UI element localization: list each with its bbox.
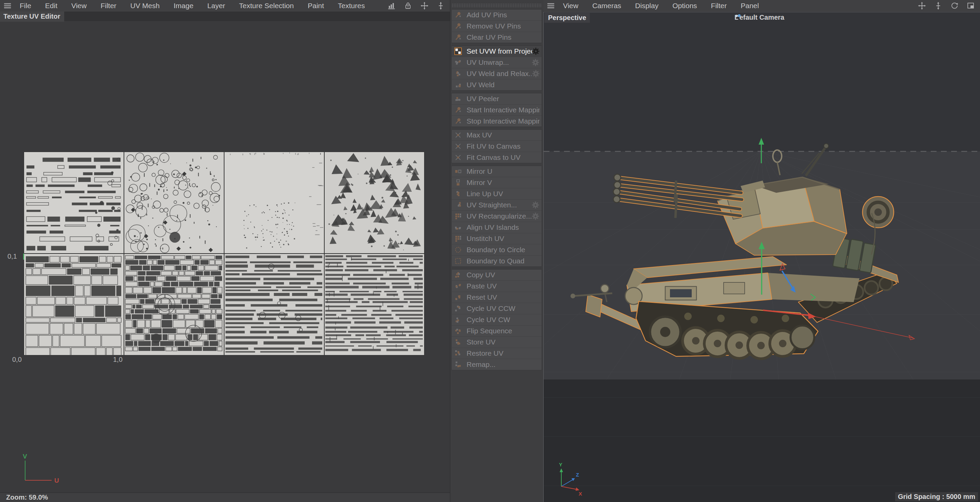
mirror-v-icon xyxy=(454,178,462,187)
command-align-uv-islands[interactable]: Align UV Islands xyxy=(452,222,542,233)
menu-item-paint[interactable]: Paint xyxy=(308,2,324,10)
fit-canvas-to-uv-icon xyxy=(454,153,462,162)
command-label: Max UV xyxy=(466,131,492,139)
menu-item-layer[interactable]: Layer xyxy=(207,2,226,10)
command-store-uv[interactable]: Store UV xyxy=(452,337,542,348)
uv-command-group-1: Add UV PinsRemove UV PinsClear UV Pins xyxy=(451,9,542,43)
texture-uv-editor-panel: FileEditViewFilterUV MeshImageLayerTextu… xyxy=(0,0,450,502)
command-uv-weld[interactable]: UV Weld xyxy=(452,79,542,90)
command-boundary-to-circle[interactable]: Boundary to Circle xyxy=(452,245,542,256)
axis-x-label: X xyxy=(579,491,582,497)
command-remap[interactable]: Remap... xyxy=(452,359,542,370)
gear-icon[interactable] xyxy=(531,201,539,209)
command-line-up-uv[interactable]: Line Up UV xyxy=(452,188,542,200)
hamburger-icon[interactable] xyxy=(3,2,12,10)
command-label: Set UVW from Projection... xyxy=(466,47,532,55)
gear-icon[interactable] xyxy=(531,212,539,220)
camera-settings-icon[interactable] xyxy=(735,14,743,20)
menu-item-image[interactable]: Image xyxy=(173,2,193,10)
perspective-viewport[interactable]: Perspective Default Camera xyxy=(543,12,980,502)
uv-unwrap-icon xyxy=(454,59,462,67)
command-boundary-to-quad[interactable]: Boundary to Quad xyxy=(452,256,542,267)
gear-icon[interactable] xyxy=(532,70,539,78)
command-remove-uv-pins[interactable]: Remove UV Pins xyxy=(452,21,542,32)
uv-tile-0-1[interactable] xyxy=(24,152,124,254)
command-mirror-u[interactable]: Mirror U xyxy=(452,166,542,177)
histogram-icon[interactable] xyxy=(387,2,396,10)
command-label: Stop Interactive Mapping xyxy=(466,117,539,125)
command-paste-uv[interactable]: Paste UV xyxy=(452,281,542,292)
menu-item-display[interactable]: Display xyxy=(635,2,659,10)
menu-item-edit[interactable]: Edit xyxy=(45,2,57,10)
menu-item-file[interactable]: File xyxy=(20,2,31,10)
uv-tile-1-1[interactable] xyxy=(124,152,224,254)
palette-drag-handle[interactable] xyxy=(452,3,542,8)
command-cycle-uv-ccw[interactable]: Cycle UV CCW xyxy=(452,303,542,314)
command-uv-rectangularize[interactable]: UV Rectangularize... xyxy=(452,211,542,222)
line-up-uv-icon xyxy=(454,190,462,198)
uv-tile-3-0[interactable] xyxy=(324,254,425,355)
dolly-icon[interactable] xyxy=(934,2,943,10)
uv-tile-1-0[interactable] xyxy=(124,254,224,355)
command-label: Unstitch UV xyxy=(466,235,504,243)
menu-item-panel[interactable]: Panel xyxy=(741,2,759,10)
command-max-uv[interactable]: Max UV xyxy=(452,130,542,141)
lock-icon[interactable] xyxy=(404,2,412,10)
remap-icon xyxy=(454,361,462,369)
uv-weld-relax-icon xyxy=(454,70,462,78)
command-label: Restore UV xyxy=(466,349,504,357)
command-reset-uv[interactable]: Reset UV xyxy=(452,292,542,303)
tab-texture-uv-editor[interactable]: Texture UV Editor xyxy=(0,11,64,22)
command-uv-peeler[interactable]: UV Peeler xyxy=(452,93,542,105)
boundary-to-quad-icon xyxy=(454,257,462,265)
checkerboard-projection-icon xyxy=(454,47,462,55)
menu-item-textures[interactable]: Textures xyxy=(338,2,365,10)
move-icon[interactable] xyxy=(918,2,926,10)
viewport-view-label[interactable]: Perspective xyxy=(544,13,590,23)
command-fit-canvas-to-uv[interactable]: Fit Canvas to UV xyxy=(452,152,542,163)
command-fit-uv-to-canvas[interactable]: Fit UV to Canvas xyxy=(452,141,542,152)
gear-icon[interactable] xyxy=(531,59,539,67)
reset-uv-icon xyxy=(454,293,462,302)
uv-tile-2-1[interactable] xyxy=(224,152,324,254)
gear-icon[interactable] xyxy=(532,47,539,55)
menu-item-filter[interactable]: Filter xyxy=(100,2,116,10)
command-clear-uv-pins[interactable]: Clear UV Pins xyxy=(452,32,542,43)
command-uv-straighten[interactable]: UV Straighten... xyxy=(452,200,542,211)
move-icon[interactable] xyxy=(420,2,429,10)
command-mirror-v[interactable]: Mirror V xyxy=(452,177,542,188)
menu-item-cameras[interactable]: Cameras xyxy=(592,2,621,10)
menu-item-view[interactable]: View xyxy=(71,2,87,10)
menu-item-view[interactable]: View xyxy=(563,2,578,10)
command-copy-uv[interactable]: Copy UV xyxy=(452,270,542,281)
command-uv-weld-and-relax[interactable]: UV Weld and Relax... xyxy=(452,68,542,79)
maximize-icon[interactable] xyxy=(966,2,975,10)
uv-tile-0-0[interactable] xyxy=(24,254,124,355)
command-cycle-uv-cw[interactable]: Cycle UV CW xyxy=(452,314,542,326)
dolly-icon[interactable] xyxy=(436,2,445,10)
command-unstitch-uv[interactable]: Unstitch UV xyxy=(452,233,542,245)
command-start-interactive-mapping[interactable]: Start Interactive Mapping xyxy=(452,105,542,116)
command-flip-sequence[interactable]: Flip Sequence xyxy=(452,326,542,337)
menu-item-texture-selection[interactable]: Texture Selection xyxy=(239,2,294,10)
grid-spacing-status: Grid Spacing : 5000 mm xyxy=(895,492,978,501)
camera-label[interactable]: Default Camera xyxy=(735,14,784,21)
rotate-icon[interactable] xyxy=(950,2,959,10)
menu-item-filter[interactable]: Filter xyxy=(711,2,727,10)
command-label: UV Unwrap... xyxy=(466,59,509,67)
uv-canvas[interactable] xyxy=(24,152,425,355)
uv-tile-2-0[interactable] xyxy=(224,254,324,355)
command-stop-interactive-mapping[interactable]: Stop Interactive Mapping xyxy=(452,116,542,127)
hamburger-icon[interactable] xyxy=(547,2,555,10)
command-label: Paste UV xyxy=(466,282,497,290)
uv-islands-canvas[interactable] xyxy=(24,152,425,355)
command-restore-uv[interactable]: Restore UV xyxy=(452,348,542,359)
menu-item-uv-mesh[interactable]: UV Mesh xyxy=(130,2,160,10)
uv-axis-v-label: V xyxy=(23,453,27,460)
menu-item-options[interactable]: Options xyxy=(672,2,697,10)
uv-command-group-6: Copy UVPaste UVReset UVCycle UV CCWCycle… xyxy=(451,269,542,370)
command-uv-unwrap[interactable]: UV Unwrap... xyxy=(452,57,542,68)
uv-tile-3-1[interactable] xyxy=(324,152,425,254)
command-set-uvw-from-projection[interactable]: Set UVW from Projection... xyxy=(452,46,542,57)
command-add-uv-pins[interactable]: Add UV Pins xyxy=(452,10,542,21)
